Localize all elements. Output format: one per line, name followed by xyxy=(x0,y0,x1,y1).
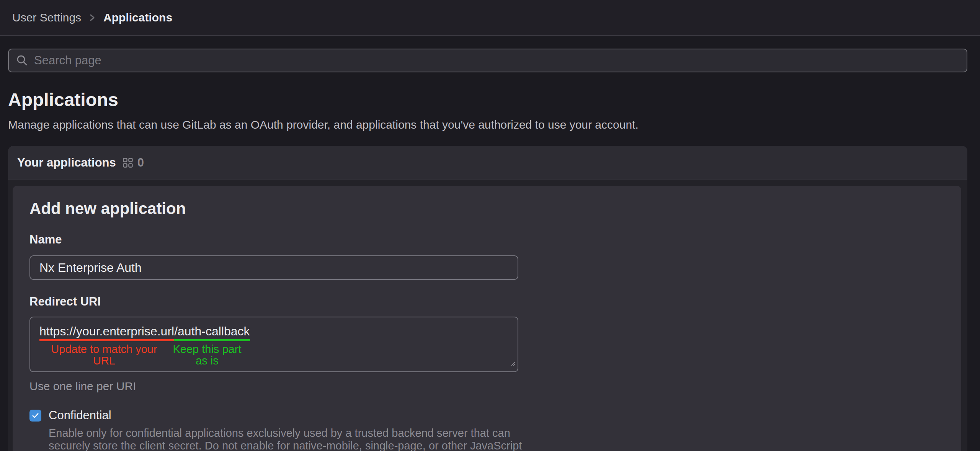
search-icon xyxy=(16,54,29,67)
page-title: Applications xyxy=(8,89,967,111)
your-applications-title: Your applications xyxy=(17,156,116,170)
name-label: Name xyxy=(29,233,944,246)
your-applications-header: Your applications 0 xyxy=(8,146,967,180)
main-content: Applications Manage applications that ca… xyxy=(0,36,980,451)
redirect-uri-label: Redirect URI xyxy=(29,295,944,308)
applications-count-badge: 0 xyxy=(137,156,144,170)
url-host-part: https://your.enterprise.url xyxy=(39,324,174,341)
page-description: Manage applications that can use GitLab … xyxy=(8,118,967,132)
url-path-part: /auth-callback xyxy=(174,324,250,341)
textarea-resize-handle-icon[interactable] xyxy=(509,355,516,370)
search-box[interactable] xyxy=(8,49,967,72)
top-bar: User Settings Applications xyxy=(0,0,980,36)
applications-grid-icon xyxy=(123,158,133,168)
search-input[interactable] xyxy=(34,49,960,72)
add-application-title: Add new application xyxy=(29,199,944,218)
confidential-checkbox[interactable] xyxy=(29,410,41,422)
chevron-right-icon xyxy=(88,12,96,23)
name-input[interactable] xyxy=(29,255,518,280)
your-applications-body: Add new application Name Redirect URI ht… xyxy=(8,180,967,451)
confidential-content: Confidential Enable only for confidentia… xyxy=(49,409,523,451)
confidential-label[interactable]: Confidential xyxy=(49,409,523,422)
confidential-row: Confidential Enable only for confidentia… xyxy=(29,409,944,451)
breadcrumb: User Settings Applications xyxy=(12,11,172,24)
your-applications-section: Your applications 0 Add new application … xyxy=(8,146,967,451)
add-application-card: Add new application Name Redirect URI ht… xyxy=(13,186,961,451)
breadcrumb-applications: Applications xyxy=(103,11,172,24)
url-annotations: Update to match your URL Keep this part … xyxy=(39,343,508,366)
redirect-uri-help: Use one line per URI xyxy=(29,380,944,393)
redirect-uri-value: https://your.enterprise.url/auth-callbac… xyxy=(39,324,508,339)
redirect-uri-textarea[interactable]: https://your.enterprise.url/auth-callbac… xyxy=(29,317,518,372)
annotation-keep-part: Keep this part as is xyxy=(169,343,245,366)
confidential-description: Enable only for confidential application… xyxy=(49,427,523,451)
annotation-update-url: Update to match your URL xyxy=(39,343,169,366)
breadcrumb-user-settings[interactable]: User Settings xyxy=(12,11,81,24)
